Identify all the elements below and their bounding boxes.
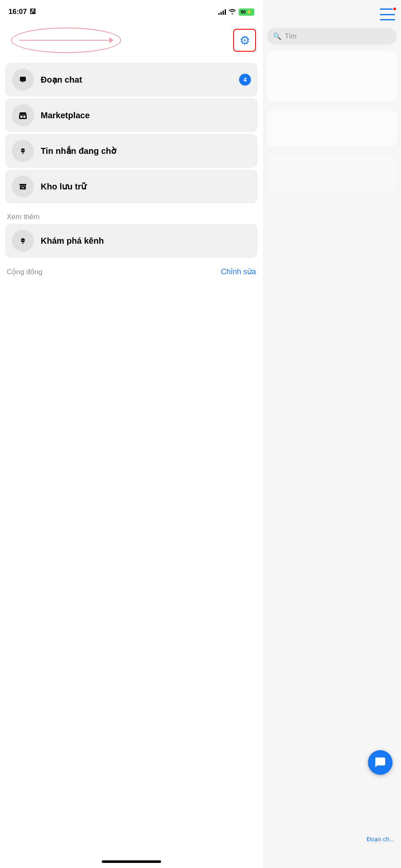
right-content-card-1	[267, 51, 397, 102]
marketplace-icon-wrap	[12, 104, 34, 126]
signal-bars-icon	[218, 9, 226, 15]
svg-rect-13	[22, 187, 24, 188]
tin-nhan-icon-wrap	[12, 140, 34, 162]
notification-dot	[393, 7, 397, 11]
svg-point-7	[21, 150, 22, 151]
xem-them-label: Xem thêm	[0, 207, 263, 224]
right-top-bar	[267, 6, 397, 23]
archive-icon	[17, 181, 29, 192]
menu-list: Đoạn chat 4 Marketplace	[0, 59, 263, 207]
community-label: Cộng đồng	[7, 267, 42, 276]
search-placeholder: Tìm	[285, 33, 297, 40]
svg-point-16	[21, 240, 22, 241]
doan-chat-icon-wrap	[12, 69, 34, 91]
kho-luu-tru-icon-wrap	[12, 175, 34, 198]
menu-item-marketplace[interactable]: Marketplace	[5, 98, 258, 132]
right-content-card-2	[267, 109, 397, 147]
kham-pha-icon-wrap	[12, 230, 34, 252]
gear-icon: ⚙	[239, 33, 250, 47]
svg-point-9	[24, 150, 25, 151]
svg-point-8	[22, 150, 23, 151]
chinh-sua-button[interactable]: Chỉnh sửa	[221, 267, 256, 276]
battery-level: 90	[241, 9, 246, 14]
home-indicator	[102, 860, 161, 863]
header-toolbar: ⚙	[0, 21, 263, 59]
svg-rect-11	[19, 184, 26, 186]
battery-symbol: ⚡	[246, 9, 252, 15]
tin-nhan-label: Tin nhắn đang chờ	[41, 146, 251, 156]
search-icon: 🔍	[273, 32, 281, 40]
right-panel-inner: 🔍 Tìm	[263, 0, 401, 192]
right-panel: 🔍 Tìm Đoạn ch...	[263, 0, 401, 868]
menu-item-doan-chat[interactable]: Đoạn chat 4	[5, 63, 258, 97]
svg-point-17	[22, 240, 23, 241]
arrow-annotation	[7, 25, 125, 55]
svg-rect-3	[20, 116, 22, 118]
svg-point-18	[24, 240, 25, 241]
arrow-head	[109, 37, 114, 43]
chat-bubble-icon	[17, 74, 29, 86]
menu-item-kham-pha-kenh[interactable]: Khám phá kênh	[5, 224, 258, 258]
menu-item-tin-nhan-dang-cho[interactable]: Tin nhắn đang chờ	[5, 134, 258, 168]
menu-item-kho-luu-tru[interactable]: Kho lưu trữ	[5, 170, 258, 203]
kho-luu-tru-label: Kho lưu trữ	[41, 181, 251, 192]
status-time: 16:07 🖫	[8, 8, 36, 16]
right-content-card-3	[267, 154, 397, 192]
marketplace-icon	[17, 109, 29, 121]
main-panel: 16:07 🖫 90 ⚡	[0, 0, 263, 868]
marketplace-label: Marketplace	[41, 111, 251, 120]
community-header: Cộng đồng Chỉnh sửa	[0, 261, 263, 279]
status-icons: 90 ⚡	[218, 8, 254, 16]
doan-chat-badge: 4	[239, 74, 251, 86]
battery-indicator: 90 ⚡	[239, 8, 254, 16]
hamburger-menu-button[interactable]	[380, 8, 395, 20]
extra-menu-list: Khám phá kênh	[0, 224, 263, 261]
status-bar: 16:07 🖫 90 ⚡	[0, 0, 263, 21]
doan-chat-label: Đoạn chat	[41, 75, 232, 85]
time-display: 16:07	[8, 8, 27, 16]
sim-icon: 🖫	[29, 8, 36, 16]
search-bar[interactable]: 🔍 Tìm	[267, 28, 397, 45]
kham-pha-label: Khám phá kênh	[41, 236, 251, 246]
explore-channel-icon	[17, 235, 29, 247]
svg-rect-2	[19, 115, 27, 119]
bottom-chat-label: Đoạn ch...	[367, 836, 394, 843]
wifi-icon	[228, 8, 236, 16]
svg-rect-4	[23, 116, 25, 118]
pending-message-icon	[17, 145, 29, 157]
compose-icon	[374, 757, 386, 768]
compose-button[interactable]	[368, 750, 393, 775]
arrow-line	[19, 40, 113, 41]
settings-button[interactable]: ⚙	[233, 29, 256, 52]
